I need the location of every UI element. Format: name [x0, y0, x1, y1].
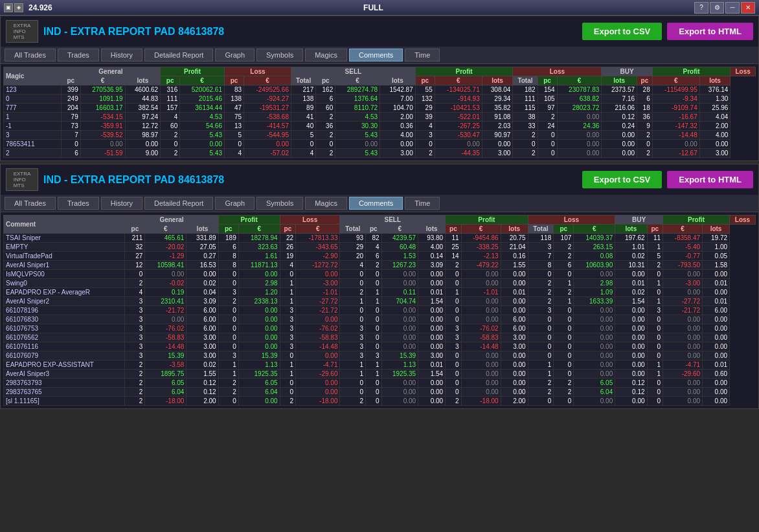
panel-1: EXTRAINFOMTS IND - EXTRA REPORT PAD 8461…: [0, 16, 759, 161]
table-row: 661076753 3 -76.02 6.00 0 0.00 3 -76.02 …: [4, 324, 756, 333]
row-label: 661076562: [4, 333, 125, 342]
settings-button[interactable]: ⚙: [710, 2, 724, 14]
table-row: TSAI Sniper 211 465.61 331.89 189 18278.…: [4, 234, 756, 243]
table-row: 1 79 -534.15 97.24 4 4.53 75 -538.68 41 …: [4, 113, 756, 122]
table-row: 777 204 16603.17 382.54 157 36134.44 47 …: [4, 104, 756, 113]
panel-1-table-area: Magic General Profit Loss SELL Profit Lo…: [1, 64, 758, 161]
col2-b-eur: €: [574, 225, 615, 234]
tab-time-1[interactable]: Time: [405, 49, 440, 61]
panel-2-header: EXTRAINFOMTS IND - EXTRA REPORT PAD 8461…: [1, 164, 758, 195]
tab-trades-2[interactable]: Trades: [58, 197, 99, 210]
row-label: 661076830: [4, 315, 125, 324]
table-row: 3 7 -539.52 98.97 2 5.43 5 -544.95 5 2 5…: [4, 131, 756, 140]
table-row: VirtualTradePad 27 -1.29 0.27 8 1.61 19 …: [4, 252, 756, 261]
table-row: [sl 1.11165] 2 -18.00 2.00 0 0.00 2 -18.…: [4, 397, 756, 406]
col-bl-pc: pc: [637, 76, 653, 85]
tab-all-trades-1[interactable]: All Trades: [5, 49, 56, 61]
tab-magics-1[interactable]: Magics: [305, 49, 347, 61]
tab-symbols-1[interactable]: Symbols: [256, 49, 303, 61]
panel-2-export-csv[interactable]: Export to CSV: [582, 171, 662, 188]
col-header-loss: Loss: [224, 67, 291, 76]
panel-1-export-html[interactable]: Export to HTML: [667, 23, 753, 40]
col-header-label: Magic: [4, 67, 62, 85]
row-label: [sl 1.11165]: [4, 397, 125, 406]
tab-graph-1[interactable]: Graph: [215, 49, 255, 61]
row-label: 661076116: [4, 342, 125, 351]
tab-all-trades-2[interactable]: All Trades: [5, 197, 56, 210]
col2-header-buy: BUY: [615, 216, 663, 225]
col2-header-buy-profit: Profit: [663, 216, 730, 225]
tab-comments-1[interactable]: Comments: [349, 49, 403, 61]
table-row: AverAI Sniper2 3 2310.41 3.09 2 2338.13 …: [4, 297, 756, 306]
col-header-profit: Profit: [161, 67, 225, 76]
tab-graph-2[interactable]: Graph: [215, 197, 255, 210]
col2-p-pc: pc: [218, 225, 238, 234]
tab-symbols-2[interactable]: Symbols: [256, 197, 303, 210]
table-row: 661078196 3 -21.72 6.00 0 0.00 3 -21.72 …: [4, 306, 756, 315]
col-eur: €: [80, 76, 125, 85]
app-icon-2: ◈: [14, 3, 23, 12]
col2-l-eur: €: [296, 225, 340, 234]
col2-sl-eur: €: [461, 225, 501, 234]
col-lots: lots: [125, 76, 161, 85]
row-label: 2983763765: [4, 388, 125, 397]
col-b-pc: pc: [538, 76, 557, 85]
tab-history-1[interactable]: History: [101, 49, 142, 61]
col2-header-sell: SELL: [340, 216, 446, 225]
table-row: AverAI Sniper3 2 1895.75 1.55 1 1925.35 …: [4, 370, 756, 379]
col2-sl-lots: lots: [501, 225, 528, 234]
col-p-pc: pc: [161, 76, 180, 85]
table-row: 123 399 270536.95 4600.62 316 520062.61 …: [4, 85, 756, 94]
table-row: IsMQLVPS00 0 0.00 0.00 0 0.00 0 0.00 0 0…: [4, 270, 756, 279]
col-pc: pc: [61, 76, 80, 85]
col2-pc: pc: [125, 225, 145, 234]
col2-lots: lots: [187, 225, 218, 234]
table-row: 661076830 3 0.00 6.00 0 0.00 3 0.00 0 0 …: [4, 315, 756, 324]
row-label: -1: [4, 122, 62, 131]
col-header-buy-profit: Profit: [652, 67, 731, 76]
minimize-button[interactable]: ─: [725, 2, 740, 14]
table-row: -1 73 -359.91 12.72 60 54.66 13 -414.57 …: [4, 122, 756, 131]
panel-1-nav: All Trades Trades History Detailed Repor…: [1, 47, 758, 64]
tab-magics-2[interactable]: Magics: [305, 197, 347, 210]
tab-time-2[interactable]: Time: [405, 197, 440, 210]
tab-detailed-report-1[interactable]: Detailed Report: [144, 49, 213, 61]
logo-2: EXTRAINFOMTS: [6, 168, 38, 191]
tab-history-2[interactable]: History: [101, 197, 142, 210]
tab-detailed-report-2[interactable]: Detailed Report: [144, 197, 213, 210]
table-row: Swing0 2 -0.02 0.02 0 2.98 1 -3.00 0 0 0…: [4, 279, 756, 288]
col-header-general: General: [61, 67, 160, 76]
col-buy-total: Total: [513, 76, 538, 85]
close-button[interactable]: ✕: [741, 2, 755, 14]
row-label: AverAI Sniper1: [4, 261, 125, 270]
panel-1-export-csv[interactable]: Export to CSV: [582, 23, 662, 40]
row-label: 777: [4, 104, 62, 113]
row-label: 0: [4, 94, 62, 104]
app-icon-1: ▣: [4, 3, 13, 12]
row-label: 661076753: [4, 324, 125, 333]
title-mode: FULL: [363, 3, 694, 12]
table-row: 661076116 3 -14.48 3.00 0 0.00 3 -14.48 …: [4, 342, 756, 351]
row-label: AverAI Sniper3: [4, 370, 125, 379]
table-row: 661076562 3 -58.83 3.00 0 0.00 3 -58.83 …: [4, 333, 756, 342]
title-bar: ▣ ◈ 24.926 FULL ? ⚙ ─ ✕: [0, 0, 759, 16]
row-label: 1: [4, 113, 62, 122]
col2-s-lots: lots: [418, 225, 446, 234]
col-header-sell: SELL: [291, 67, 416, 76]
tab-comments-2[interactable]: Comments: [349, 197, 403, 210]
col-l-eur: €: [244, 76, 291, 85]
col-p-eur: €: [180, 76, 225, 85]
col2-header-general: General: [125, 216, 218, 225]
row-label: 3: [4, 131, 62, 140]
panel-2-export-html[interactable]: Export to HTML: [667, 171, 753, 188]
col2-header-profit: Profit: [218, 216, 280, 225]
col2-header-sell-profit: Profit: [446, 216, 528, 225]
row-label: IsMQLVPS00: [4, 270, 125, 279]
panel-2-table-area: Comment General Profit Loss SELL Profit …: [1, 212, 758, 408]
col-sell-total: Total: [291, 76, 316, 85]
tab-trades-1[interactable]: Trades: [58, 49, 99, 61]
row-label: AverAI Sniper2: [4, 297, 125, 306]
help-button[interactable]: ?: [694, 2, 708, 14]
col2-bl-eur: €: [663, 225, 703, 234]
panel-2-nav: All Trades Trades History Detailed Repor…: [1, 195, 758, 212]
